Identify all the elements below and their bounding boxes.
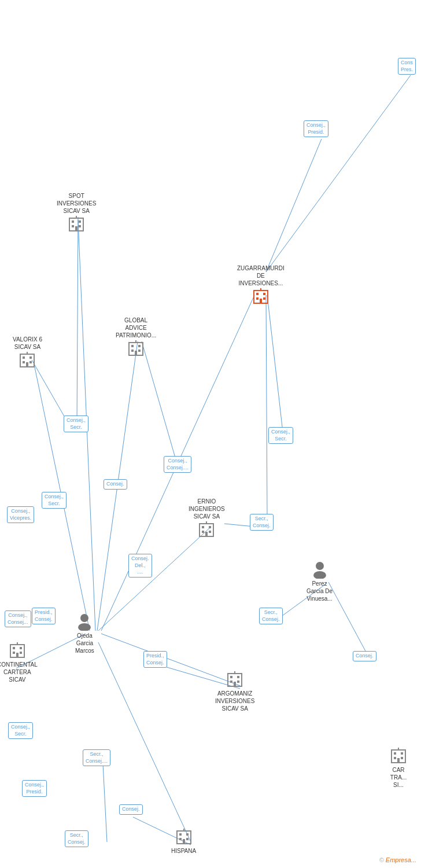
svg-rect-29: [23, 356, 25, 359]
building-icon-car-tra: [389, 746, 408, 765]
svg-rect-84: [394, 757, 396, 759]
person-icon-ojeda: [75, 612, 94, 631]
node-car-tra-si[interactable]: CARTRA...SI...: [389, 746, 408, 789]
svg-rect-31: [23, 361, 25, 363]
badge-secr-consej-1[interactable]: Secr.,Consej.: [250, 514, 274, 531]
badge-secr-consej-2[interactable]: Secr.,Consej.: [259, 608, 283, 624]
connection-lines: [0, 0, 421, 868]
node-ojeda-garcia[interactable]: OjedaGarciaMarcos: [75, 612, 94, 654]
badge-consej-1[interactable]: Consej.: [104, 479, 127, 490]
svg-rect-36: [131, 345, 134, 347]
building-icon-global: [127, 339, 145, 358]
svg-rect-52: [202, 531, 204, 533]
svg-rect-30: [29, 356, 32, 359]
svg-rect-70: [230, 681, 232, 683]
svg-line-1: [266, 139, 322, 272]
svg-point-57: [313, 571, 326, 579]
svg-rect-82: [394, 752, 396, 755]
svg-rect-79: [183, 839, 185, 844]
svg-rect-43: [256, 293, 258, 295]
svg-rect-83: [401, 752, 403, 755]
badge-consej-vicepres[interactable]: Consej.,Vicepres.: [7, 506, 34, 523]
node-hispana[interactable]: HISPANA: [171, 827, 196, 855]
svg-line-17: [328, 582, 370, 660]
svg-rect-50: [202, 526, 204, 528]
building-icon-argomaniz: [226, 670, 244, 689]
badge-consej-secr-1[interactable]: Consej.,Secr.: [64, 415, 88, 432]
svg-rect-25: [79, 225, 81, 227]
node-valorix6[interactable]: VALORIX 6SICAV SA: [13, 334, 42, 369]
building-icon-continental: [8, 641, 27, 660]
svg-line-12: [267, 295, 283, 437]
svg-line-19: [103, 764, 107, 842]
watermark-brand: Empresa...: [386, 856, 416, 863]
svg-rect-47: [260, 299, 262, 303]
svg-line-15: [266, 295, 267, 518]
badge-consej-3[interactable]: Consej.,Consej...: [5, 610, 31, 627]
svg-point-59: [78, 623, 91, 631]
node-perez-garcia[interactable]: PerezGarcia DeVinuesa...: [306, 560, 333, 602]
watermark: © Empresa...: [379, 856, 416, 863]
svg-rect-72: [234, 682, 236, 686]
svg-rect-26: [75, 226, 77, 231]
svg-rect-45: [256, 297, 258, 300]
node-ernio[interactable]: ERNIOINGENIEROSSICAV SA: [189, 496, 225, 539]
badge-secr-consej-3[interactable]: Secr.,Consej....: [83, 749, 110, 766]
badge-consej-presid-mid[interactable]: Consej.,Presid.: [304, 120, 328, 137]
building-icon-zugarramurdi: [252, 287, 270, 306]
node-continental[interactable]: CONTINENTALCARTERASICAV: [0, 641, 38, 683]
svg-rect-38: [131, 350, 134, 352]
svg-line-13: [142, 341, 178, 468]
badge-consej-del[interactable]: Consej.Del.,....: [128, 554, 152, 578]
svg-rect-62: [20, 647, 22, 649]
badge-consej-consej[interactable]: Consej.,Consej....: [164, 456, 191, 473]
svg-rect-37: [138, 345, 141, 347]
svg-rect-65: [16, 653, 19, 657]
svg-rect-76: [186, 833, 189, 836]
badge-consej-secr-3[interactable]: Consej.,Secr.: [42, 492, 67, 509]
badge-consej-4[interactable]: Consej.: [119, 804, 143, 815]
svg-rect-71: [237, 681, 239, 683]
svg-rect-61: [13, 647, 15, 649]
svg-point-56: [316, 562, 324, 570]
badge-consej-secr-2[interactable]: Consej.,Secr.: [268, 427, 293, 444]
svg-rect-22: [72, 220, 74, 223]
svg-rect-54: [205, 532, 208, 536]
svg-rect-68: [230, 676, 232, 678]
svg-rect-75: [179, 833, 182, 836]
svg-rect-46: [263, 297, 265, 300]
svg-rect-33: [26, 362, 28, 367]
node-spot-inversiones[interactable]: SPOTINVERSIONESSICAV SA: [57, 191, 96, 233]
building-icon-valorix: [18, 351, 36, 369]
building-icon-ernio: [197, 520, 216, 539]
person-icon-perez: [311, 560, 329, 579]
node-global-advice[interactable]: GLOBALADVICEPATRIMONIO...: [116, 315, 156, 358]
svg-line-10: [77, 217, 78, 425]
svg-line-8: [98, 642, 191, 842]
svg-line-0: [266, 75, 411, 272]
svg-rect-44: [263, 293, 265, 295]
svg-rect-64: [20, 652, 22, 654]
node-zugarramurdi[interactable]: ZUGARRAMURDIDEINVERSIONES...: [237, 263, 285, 306]
building-icon-hispana: [175, 827, 193, 846]
node-argomaniz[interactable]: ARGOMANIZINVERSIONESSICAV SA: [215, 670, 254, 712]
svg-point-58: [80, 614, 88, 622]
badge-presid-consej-1[interactable]: Presid.,Consej.: [32, 608, 56, 624]
badge-consej-presid-1[interactable]: Consej.,Presid.: [22, 780, 47, 797]
svg-rect-63: [13, 652, 15, 654]
svg-rect-86: [397, 758, 400, 763]
svg-rect-32: [29, 361, 32, 363]
svg-rect-51: [209, 526, 211, 528]
badge-consej-secr-4[interactable]: Consej.,Secr.: [8, 722, 33, 739]
svg-rect-39: [138, 350, 141, 352]
badge-presid-consej-2[interactable]: Presid.,Consej.: [143, 651, 167, 668]
svg-rect-77: [179, 838, 182, 840]
badge-consej-2[interactable]: Consej.: [353, 651, 376, 661]
badge-secr-consej-4[interactable]: Secr.,Consej.: [65, 830, 88, 847]
svg-rect-23: [79, 220, 81, 223]
badge-cons-pres-top[interactable]: Cons Pres.: [398, 58, 416, 75]
svg-rect-24: [72, 225, 74, 227]
svg-rect-69: [237, 676, 239, 678]
svg-rect-53: [209, 531, 211, 533]
building-icon-spot: [67, 215, 86, 233]
